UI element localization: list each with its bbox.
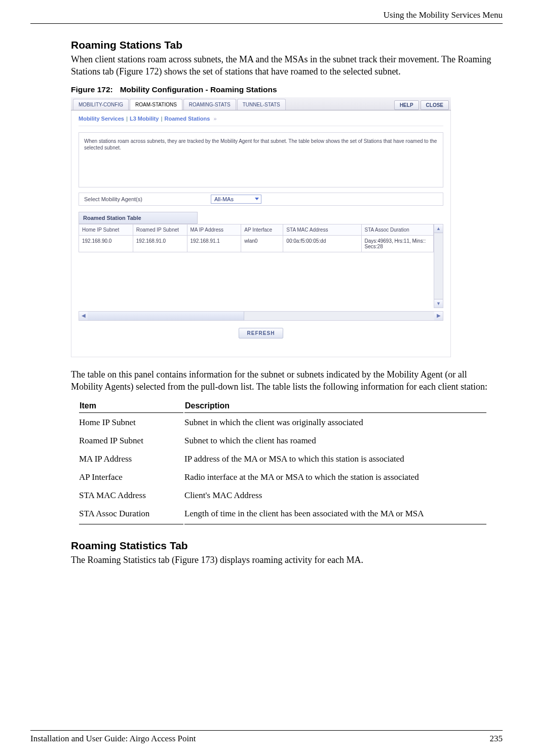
cell-ma-ip: 192.168.91.1 <box>187 235 241 252</box>
select-mobility-agent-dropdown[interactable]: All-MAs <box>211 195 261 204</box>
desc-item: MA IP Address <box>79 450 183 468</box>
tab-tunnel-stats[interactable]: TUNNEL-STATS <box>237 99 286 110</box>
breadcrumb: Mobility Services|L3 Mobility|Roamed Sta… <box>71 110 450 124</box>
desc-item: Home IP Subnet <box>79 414 183 431</box>
tab-bar: MOBILITY-CONFIG ROAM-STATIONS ROAMING-ST… <box>71 97 451 110</box>
desc-item: Roamed IP Subnet <box>79 432 183 449</box>
col-ap-interface: AP Interface <box>241 224 283 235</box>
table-row: 192.168.90.0 192.168.91.0 192.168.91.1 w… <box>79 235 434 252</box>
desc-row: Home IP Subnet Subnet in which the clien… <box>79 414 486 431</box>
tab-mobility-config[interactable]: MOBILITY-CONFIG <box>73 99 129 110</box>
col-ma-ip-address: MA IP Address <box>187 224 241 235</box>
col-roamed-ip-subnet: Roamed IP Subnet <box>133 224 187 235</box>
desc-text: Subnet to which the client has roamed <box>184 432 486 449</box>
refresh-button[interactable]: REFRESH <box>239 328 284 338</box>
roamed-station-table-title: Roamed Station Table <box>79 212 198 224</box>
field-description-table: Item Description Home IP Subnet Subnet i… <box>78 400 487 525</box>
desc-item: AP Interface <box>79 469 183 486</box>
breadcrumb-3: Roamed Stations <box>164 116 210 122</box>
desc-row: Roamed IP Subnet Subnet to which the cli… <box>79 432 486 449</box>
cell-ap-interface: wlan0 <box>241 235 283 252</box>
horizontal-scrollbar[interactable]: ◀ ▶ <box>79 311 443 321</box>
cell-roamed-ip: 192.168.91.0 <box>133 235 187 252</box>
after-figure-paragraph: The table on this panel contains informa… <box>71 368 498 393</box>
desc-col-item: Item <box>79 401 183 413</box>
desc-text: IP address of the MA or MSA to which thi… <box>184 450 486 468</box>
desc-text: Client's MAC Address <box>184 487 486 504</box>
scrollbar-thumb[interactable] <box>88 312 244 320</box>
footer-left: Installation and User Guide: Airgo Acces… <box>30 734 196 744</box>
figure-title: Mobility Configuration - Roaming Station… <box>120 85 277 94</box>
col-sta-assoc-duration: STA Assoc Duration <box>361 224 433 235</box>
cell-sta-assoc: Days:49693, Hrs:11, Mins:: Secs:28 <box>361 235 433 252</box>
desc-item: STA MAC Address <box>79 487 183 504</box>
vertical-scrollbar[interactable]: ▲ ▼ <box>434 224 443 308</box>
select-row: Select Mobility Agent(s) All-MAs <box>79 193 443 206</box>
desc-col-description: Description <box>184 401 486 413</box>
cell-home-ip: 192.168.90.0 <box>79 235 133 252</box>
desc-row: MA IP Address IP address of the MA or MS… <box>79 450 486 468</box>
tab-roaming-stats[interactable]: ROAMING-STATS <box>183 99 236 110</box>
close-button[interactable]: CLOSE <box>421 100 449 110</box>
desc-text: Subnet in which the client was originall… <box>184 414 486 431</box>
scroll-up-arrow-icon[interactable]: ▲ <box>434 224 443 233</box>
col-home-ip-subnet: Home IP Subnet <box>79 224 133 235</box>
tab-roam-stations[interactable]: ROAM-STATIONS <box>130 99 182 110</box>
select-mobility-agent-label: Select Mobility Agent(s) <box>79 193 211 205</box>
section-heading-roaming-stations: Roaming Stations Tab <box>71 39 498 51</box>
roamed-station-table: Home IP Subnet Roamed IP Subnet MA IP Ad… <box>79 224 434 252</box>
figure-caption: Figure 172:Mobility Configuration - Roam… <box>71 85 498 94</box>
running-head: Using the Mobility Services Menu <box>30 10 503 24</box>
footer-page-number: 235 <box>490 734 503 744</box>
desc-item: STA Assoc Duration <box>79 505 183 524</box>
figure-number: Figure 172: <box>71 85 113 94</box>
scroll-down-arrow-icon[interactable]: ▼ <box>434 299 443 308</box>
figure-screenshot: MOBILITY-CONFIG ROAM-STATIONS ROAMING-ST… <box>71 97 451 357</box>
section1-paragraph: When client stations roam across subnets… <box>71 53 498 78</box>
desc-text: Radio interface at the MA or MSA to whic… <box>184 469 486 486</box>
desc-row: AP Interface Radio interface at the MA o… <box>79 469 486 486</box>
scroll-right-arrow-icon[interactable]: ▶ <box>434 312 443 320</box>
scroll-left-arrow-icon[interactable]: ◀ <box>79 312 88 320</box>
page-footer: Installation and User Guide: Airgo Acces… <box>30 730 503 744</box>
section2-paragraph: The Roaming Statistics tab (Figure 173) … <box>71 554 498 566</box>
desc-text: Length of time in the client has been as… <box>184 505 486 524</box>
breadcrumb-2: L3 Mobility <box>130 116 159 122</box>
desc-row: STA Assoc Duration Length of time in the… <box>79 505 486 524</box>
help-button[interactable]: HELP <box>394 100 419 110</box>
breadcrumb-1: Mobility Services <box>79 116 124 122</box>
info-text-box: When stations roam across subnets, they … <box>79 132 443 187</box>
cell-sta-mac: 00:0a:f5:00:05:dd <box>283 235 361 252</box>
col-sta-mac-address: STA MAC Address <box>283 224 361 235</box>
section-heading-roaming-statistics: Roaming Statistics Tab <box>71 540 498 552</box>
desc-row: STA MAC Address Client's MAC Address <box>79 487 486 504</box>
